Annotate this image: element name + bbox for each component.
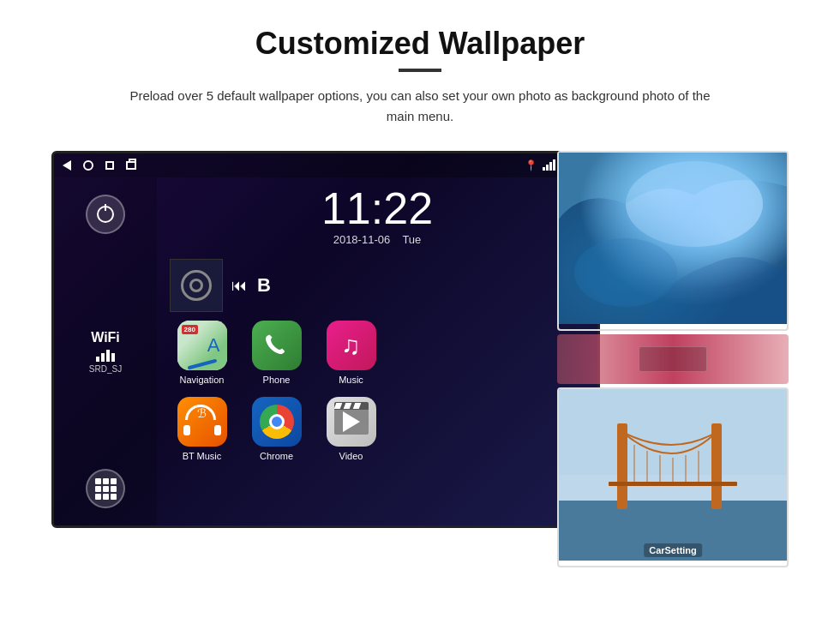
- btmusic-icon: ℬ: [177, 397, 227, 447]
- video-clap-top: [334, 402, 369, 410]
- video-clapboard: [332, 405, 371, 439]
- prev-button[interactable]: ⏮: [231, 277, 247, 295]
- main-content: 📍 11:22 WiFi: [51, 151, 789, 528]
- clock-time: 11:22: [170, 186, 585, 231]
- navigation-label: Navigation: [180, 375, 225, 385]
- media-inner-icon: [189, 279, 203, 292]
- btmusic-label: BT Music: [183, 451, 222, 461]
- svg-rect-0: [559, 153, 787, 324]
- music-note-icon: ♫: [341, 331, 361, 360]
- page-subtitle: Preload over 5 default wallpaper options…: [120, 86, 720, 127]
- phone-icon: [252, 321, 302, 370]
- back-button[interactable]: [63, 160, 71, 171]
- navigation-icon: 280 A: [177, 321, 227, 370]
- bt-headphone-container: ℬ: [183, 405, 221, 439]
- android-center: 11:22 2018-11-06 Tue ⏮: [157, 177, 597, 525]
- chrome-icon: [252, 397, 302, 447]
- app-music[interactable]: ♫ Music: [319, 321, 383, 385]
- app-row-1: 280 A Navigation: [170, 321, 585, 385]
- svg-point-1: [626, 161, 763, 247]
- media-controls: ⏮ B: [231, 274, 271, 297]
- recent-button[interactable]: [105, 161, 114, 170]
- app-chrome[interactable]: Chrome: [244, 397, 309, 461]
- wifi-indicator: [543, 160, 555, 171]
- video-board-body: [334, 409, 369, 435]
- page-title: Customized Wallpaper: [255, 26, 585, 62]
- location-icon: 📍: [525, 159, 537, 171]
- android-main: WiFi SRD_SJ: [54, 177, 597, 525]
- bt-symbol: ℬ: [197, 406, 207, 420]
- carsetting-label[interactable]: CarSetting: [644, 543, 702, 557]
- device-strip: [639, 346, 707, 372]
- wifi-label: WiFi: [89, 330, 122, 345]
- clock-date: 2018-11-06 Tue: [170, 233, 585, 246]
- nav-map: 280 A: [177, 321, 227, 370]
- nav-badge: 280: [182, 325, 198, 334]
- wifi-bars: [89, 348, 122, 362]
- wallpaper-top[interactable]: [557, 151, 789, 331]
- letter-b: B: [257, 274, 271, 297]
- status-bar-nav: [63, 160, 136, 171]
- power-icon: [97, 206, 114, 223]
- app-navigation[interactable]: 280 A Navigation: [170, 321, 234, 385]
- video-icon: [327, 397, 376, 447]
- app-video[interactable]: Video: [319, 397, 383, 461]
- power-button[interactable]: [86, 195, 125, 234]
- wallpaper-bridge: CarSetting: [559, 389, 787, 561]
- media-widget: ⏮ B: [170, 259, 585, 312]
- bridge-svg: [559, 389, 787, 561]
- home-button[interactable]: [83, 160, 93, 171]
- android-screen: 📍 11:22 WiFi: [51, 151, 600, 528]
- wallpaper-bottom[interactable]: CarSetting: [557, 387, 789, 567]
- video-play-triangle: [343, 411, 360, 432]
- nav-compass: A: [207, 334, 220, 357]
- music-label: Music: [339, 375, 363, 385]
- screenshot-button[interactable]: [126, 161, 136, 170]
- wallpaper-ice: [559, 153, 787, 324]
- media-icon: [181, 270, 212, 301]
- nav-road: [187, 359, 217, 370]
- clock-area: 11:22 2018-11-06 Tue: [170, 186, 585, 246]
- grid-icon: [95, 478, 117, 500]
- chrome-label: Chrome: [260, 451, 293, 461]
- svg-point-2: [574, 238, 677, 307]
- status-bar: 📍 11:22: [54, 153, 597, 177]
- apps-button[interactable]: [86, 469, 125, 508]
- chrome-inner: [269, 414, 285, 429]
- wallpaper-panels: CarSetting: [557, 151, 789, 567]
- media-thumbnail: [170, 259, 223, 312]
- app-phone[interactable]: Phone: [244, 321, 309, 385]
- wifi-widget: WiFi SRD_SJ: [89, 330, 122, 374]
- ice-cave-svg: [559, 153, 787, 324]
- clock-date-value: 2018-11-06: [333, 233, 391, 246]
- app-btmusic[interactable]: ℬ BT Music: [170, 397, 234, 461]
- music-icon: ♫: [327, 321, 376, 370]
- svg-rect-14: [609, 482, 737, 486]
- bt-ear-left: [183, 425, 190, 435]
- phone-svg: [263, 332, 291, 359]
- svg-rect-6: [617, 423, 627, 509]
- phone-label: Phone: [263, 375, 291, 385]
- video-label: Video: [339, 451, 363, 461]
- wallpaper-mid-strip: [557, 334, 789, 384]
- app-row-2: ℬ BT Music Chrome: [170, 397, 585, 461]
- title-divider: [399, 69, 441, 72]
- left-sidebar: WiFi SRD_SJ: [54, 177, 157, 525]
- chrome-circle: [260, 405, 294, 439]
- bt-ear-right: [214, 425, 221, 435]
- wifi-ssid: SRD_SJ: [89, 364, 122, 374]
- clock-day: Tue: [402, 233, 421, 246]
